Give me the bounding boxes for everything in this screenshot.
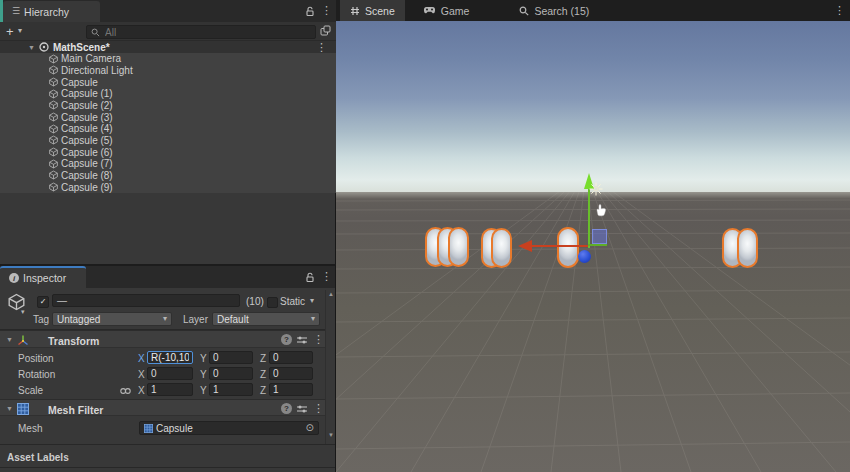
tab-scene[interactable]: Scene (340, 0, 405, 21)
unity-scene-icon (39, 42, 49, 52)
lock-icon[interactable] (305, 6, 315, 17)
hierarchy-item[interactable]: Capsule (4) (0, 123, 336, 135)
gamepad-icon (423, 6, 436, 15)
scale-x-input[interactable] (147, 383, 193, 396)
cube-icon (49, 147, 58, 157)
cube-icon (49, 100, 58, 110)
tab-game[interactable]: Game (413, 0, 480, 21)
hierarchy-item[interactable]: Capsule (3) (0, 111, 336, 123)
hierarchy-item[interactable]: Capsule (2) (0, 100, 336, 112)
hierarchy-item[interactable]: Capsule (6) (0, 146, 336, 158)
gameobject-name-field[interactable]: — (52, 294, 240, 307)
hierarchy-item-label: Capsule (8) (61, 170, 113, 181)
link-scale-icon[interactable] (120, 387, 131, 395)
capsule-object[interactable] (448, 227, 469, 267)
active-checkbox[interactable]: ✓ (37, 296, 49, 308)
hierarchy-item[interactable]: Capsule (1) (0, 88, 336, 100)
mesh-filter-header[interactable]: ▼ Mesh Filter ? ⋮ (0, 399, 335, 416)
layer-value: Default (217, 314, 249, 325)
tab-search[interactable]: Search (15) (509, 0, 599, 21)
hierarchy-item[interactable]: Directional Light (0, 65, 336, 77)
cube-icon (49, 170, 58, 180)
pop-out-icon[interactable] (320, 25, 331, 36)
search-input[interactable] (103, 26, 297, 39)
hierarchy-item-label: Directional Light (61, 65, 133, 76)
hierarchy-item-list: Main Camera Directional Light Capsule (0, 53, 336, 193)
scale-z-input[interactable] (269, 383, 313, 396)
scene-grid-icon (350, 6, 360, 16)
inspector-menu-icon[interactable]: ⋮ (321, 271, 332, 282)
scene-tab-label: Scene (365, 5, 395, 17)
hierarchy-item[interactable]: Capsule (7) (0, 158, 336, 170)
hierarchy-scene-row[interactable]: ▼ MathScene* ⋮ (0, 41, 336, 53)
transform-title: Transform (48, 335, 99, 347)
help-icon[interactable]: ? (281, 403, 292, 414)
presets-icon[interactable] (296, 404, 308, 414)
add-object-dropdown-icon[interactable]: ▾ (18, 27, 22, 35)
scene-row-menu-icon[interactable]: ⋮ (316, 42, 327, 53)
transform-icon (17, 334, 29, 346)
static-dropdown-icon[interactable]: ▾ (310, 297, 314, 305)
object-picker-icon[interactable]: ⊙ (306, 423, 314, 433)
gizmo-x-axis-line[interactable] (532, 245, 590, 247)
cube-icon (49, 89, 58, 99)
capsule-object[interactable] (737, 228, 758, 268)
gameobject-name-value: — (57, 295, 67, 306)
icon-picker-dropdown-icon[interactable]: ▾ (21, 308, 25, 315)
scroll-down-icon[interactable]: ▼ (328, 432, 334, 438)
gizmo-y-axis-line[interactable] (588, 188, 590, 248)
inspector-tab-label: Inspector (23, 272, 66, 284)
axis-x-label: X (138, 369, 145, 380)
foldout-icon[interactable]: ▼ (28, 44, 35, 51)
cube-icon (49, 112, 58, 122)
lock-icon[interactable] (305, 272, 315, 283)
tab-inspector[interactable]: i Inspector (0, 266, 86, 288)
gizmo-x-arrowhead[interactable] (518, 240, 532, 252)
help-icon[interactable]: ? (281, 334, 292, 345)
hierarchy-item[interactable]: Capsule (8) (0, 170, 336, 182)
hierarchy-item[interactable]: Main Camera (0, 53, 336, 65)
capsule-object[interactable] (557, 227, 579, 268)
rotation-y-input[interactable] (209, 367, 253, 380)
hierarchy-toolbar: + ▾ (0, 22, 336, 41)
scene-view-menu-icon[interactable]: ⋮ (834, 5, 845, 16)
hierarchy-item[interactable]: Capsule (9) (0, 181, 336, 193)
axis-x-label: X (138, 385, 145, 396)
position-z-input[interactable] (269, 351, 313, 364)
scroll-up-icon[interactable]: ▲ (328, 291, 334, 297)
position-y-input[interactable] (209, 351, 253, 364)
hierarchy-search-field[interactable] (86, 25, 316, 39)
layer-dropdown[interactable]: Default ▾ (212, 312, 320, 326)
check-icon: ✓ (40, 298, 47, 306)
scene-viewport[interactable] (336, 21, 850, 472)
tag-dropdown[interactable]: Untagged ▾ (52, 312, 172, 326)
hierarchy-item[interactable]: Capsule (0, 76, 336, 88)
scale-y-input[interactable] (209, 383, 253, 396)
transform-header[interactable]: ▼ Transform ? ⋮ (0, 330, 335, 348)
asset-labels-title: Asset Labels (7, 452, 69, 463)
cube-icon (49, 159, 58, 169)
foldout-icon[interactable]: ▼ (6, 405, 13, 412)
help-glyph: ? (284, 404, 289, 413)
gizmo-z-axis-handle[interactable] (578, 250, 591, 263)
tag-label: Tag (33, 314, 49, 325)
hierarchy-item[interactable]: Capsule (5) (0, 135, 336, 147)
transform-menu-icon[interactable]: ⋮ (313, 334, 324, 345)
mesh-filter-menu-icon[interactable]: ⋮ (313, 403, 324, 414)
hierarchy-list-icon: ☰ (12, 7, 20, 16)
tab-hierarchy[interactable]: ☰ Hierarchy (3, 1, 100, 22)
rotation-z-input[interactable] (269, 367, 313, 380)
position-x-input[interactable] (147, 351, 193, 364)
hierarchy-menu-icon[interactable]: ⋮ (321, 5, 332, 16)
cube-icon (49, 54, 58, 64)
foldout-icon[interactable]: ▼ (6, 336, 13, 343)
mesh-object-field[interactable]: Capsule ⊙ (139, 421, 319, 435)
add-object-button[interactable]: + (6, 24, 14, 39)
capsule-object[interactable] (491, 228, 512, 268)
presets-icon[interactable] (296, 335, 308, 345)
axis-y-label: Y (200, 353, 207, 364)
static-checkbox[interactable] (267, 297, 278, 308)
gizmo-xy-plane-handle[interactable] (592, 229, 607, 244)
rotation-x-input[interactable] (147, 367, 193, 380)
inspector-scrollbar[interactable]: ▲ ▼ (325, 290, 335, 444)
